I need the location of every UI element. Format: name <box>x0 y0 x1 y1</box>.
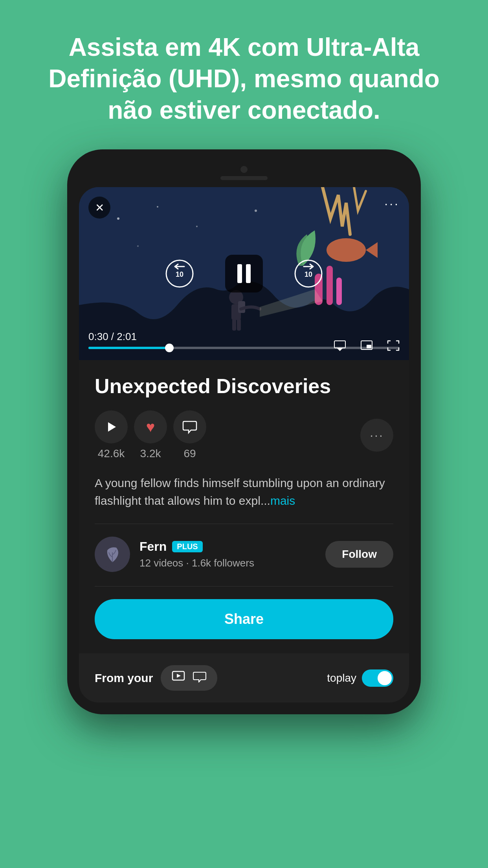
svg-text:10: 10 <box>176 270 183 278</box>
forward-button[interactable]: 10 <box>294 259 323 288</box>
action-buttons: 42.6k ♥ 3.2k 69 <box>95 410 393 460</box>
svg-point-12 <box>157 206 158 208</box>
bottom-bar: From your toplay <box>79 653 409 702</box>
comment-button[interactable]: 69 <box>173 410 206 460</box>
creator-name: Fern <box>139 539 167 554</box>
background: Assista em 4K com Ultra-Alta Definição (… <box>0 0 488 868</box>
svg-rect-4 <box>327 266 333 305</box>
svg-point-1 <box>327 238 366 262</box>
more-actions-icon: ··· <box>370 428 384 443</box>
progress-fill <box>88 347 169 349</box>
fullscreen-icon[interactable] <box>387 340 400 354</box>
pause-icon <box>237 264 251 283</box>
creator-avatar <box>95 537 130 572</box>
comment-count-label: 69 <box>183 447 196 460</box>
heart-icon: ♥ <box>146 419 155 436</box>
svg-point-13 <box>196 226 198 227</box>
player-bottom-icons <box>334 340 400 354</box>
phone-frame: ✕ ··· 10 <box>67 149 421 714</box>
svg-text:10: 10 <box>305 270 312 278</box>
follow-button[interactable]: Follow <box>325 541 393 568</box>
video-queue-icon <box>172 671 185 685</box>
close-button[interactable]: ✕ <box>88 197 110 219</box>
autoplay-row: toplay <box>327 669 393 687</box>
player-controls: 10 10 <box>165 255 323 292</box>
play-icon-circle <box>95 410 128 443</box>
rewind-button[interactable]: 10 <box>165 259 194 288</box>
comment-icon-circle <box>173 410 206 443</box>
time-bar: 0:30 / 2:01 <box>79 326 409 360</box>
pip-icon[interactable] <box>360 340 373 354</box>
share-button[interactable]: Share <box>95 599 393 639</box>
autoplay-toggle[interactable] <box>362 669 393 687</box>
like-button[interactable]: ♥ 3.2k <box>134 410 167 460</box>
progress-thumb <box>165 344 174 352</box>
play-count-label: 42.6k <box>98 447 125 460</box>
pause-button[interactable] <box>225 255 263 292</box>
phone-speaker <box>220 176 268 180</box>
comment-bottom-icon <box>193 671 206 685</box>
like-icon-circle: ♥ <box>134 410 167 443</box>
creator-name-row: Fern PLUS <box>139 539 325 554</box>
svg-rect-5 <box>336 278 342 305</box>
svg-rect-20 <box>334 341 345 348</box>
airplay-icon[interactable] <box>334 340 346 354</box>
creator-info: Fern PLUS 12 videos · 1.6k followers <box>139 539 325 569</box>
video-player: ✕ ··· 10 <box>79 187 409 360</box>
like-count-label: 3.2k <box>140 447 161 460</box>
phone-top-bar <box>79 161 409 187</box>
headline: Assista em 4K com Ultra-Alta Definição (… <box>0 0 488 149</box>
svg-rect-23 <box>367 345 371 348</box>
svg-point-14 <box>255 210 257 212</box>
phone-screen: ✕ ··· 10 <box>79 187 409 702</box>
close-icon: ✕ <box>95 201 104 214</box>
autoplay-label: toplay <box>327 672 356 684</box>
creator-row: Fern PLUS 12 videos · 1.6k followers Fol… <box>95 537 393 572</box>
divider-2 <box>95 586 393 587</box>
more-actions-button[interactable]: ··· <box>360 419 393 452</box>
bottom-pill[interactable] <box>161 665 217 691</box>
svg-marker-24 <box>108 422 116 432</box>
creator-meta: 12 videos · 1.6k followers <box>139 557 254 569</box>
svg-point-15 <box>137 245 139 247</box>
video-more-button[interactable]: ··· <box>384 197 400 211</box>
toggle-thumb <box>378 671 392 685</box>
play-count-button[interactable]: 42.6k <box>95 410 128 460</box>
svg-marker-27 <box>177 674 181 678</box>
description-more-link[interactable]: mais <box>270 494 295 507</box>
phone-camera <box>240 166 248 173</box>
avatar-icon <box>99 541 126 568</box>
more-dots-icon: ··· <box>384 197 400 211</box>
content-area: Unexpected Discoveries 42.6k ♥ <box>79 360 409 653</box>
from-your-text: From your <box>95 671 153 685</box>
video-title: Unexpected Discoveries <box>95 374 393 398</box>
rewind-icon: 10 <box>165 259 194 288</box>
svg-point-11 <box>117 217 119 220</box>
plus-badge: PLUS <box>172 541 202 552</box>
svg-marker-21 <box>337 348 343 351</box>
divider-1 <box>95 524 393 524</box>
video-description: A young fellow finds himself stumbling u… <box>95 474 393 509</box>
forward-icon: 10 <box>294 259 323 288</box>
